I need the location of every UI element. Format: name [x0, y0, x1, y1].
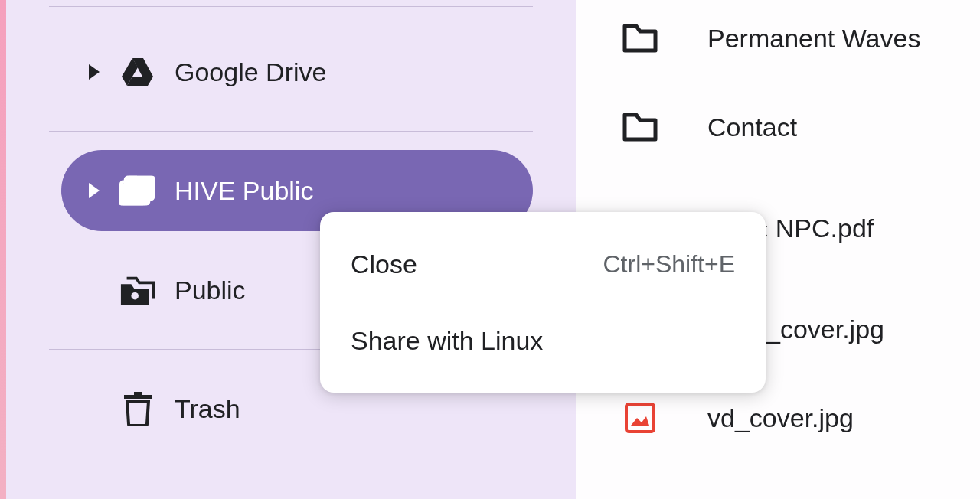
sidebar-label: HIVE Public	[175, 176, 313, 206]
context-menu: Close Ctrl+Shift+E Share with Linux	[320, 212, 766, 393]
menu-item-label: Close	[351, 250, 417, 279]
divider	[49, 131, 533, 132]
file-item-folder[interactable]: Contact	[576, 77, 980, 178]
menu-item-shortcut: Ctrl+Shift+E	[603, 250, 735, 279]
sidebar-label: Google Drive	[175, 57, 326, 87]
smb-share-icon	[119, 172, 156, 209]
file-name: Contact	[707, 113, 797, 142]
sidebar-label: Trash	[175, 394, 240, 424]
image-icon	[622, 400, 658, 436]
smb-share-icon	[119, 272, 156, 308]
google-drive-icon	[119, 54, 156, 90]
svg-rect-7	[119, 183, 149, 205]
files-app: Google Drive	[0, 0, 980, 499]
file-name: ‹ NPC.pdf	[760, 214, 874, 243]
svg-rect-10	[124, 395, 152, 399]
file-item-folder[interactable]: Permanent Waves	[576, 0, 980, 77]
svg-point-8	[131, 292, 139, 300]
sidebar-label: Public	[175, 276, 246, 305]
file-name: vd_cover.jpg	[707, 403, 854, 433]
context-menu-close[interactable]: Close Ctrl+Shift+E	[320, 226, 766, 302]
sidebar-item-google-drive[interactable]: Google Drive	[6, 31, 576, 113]
svg-rect-11	[626, 404, 654, 432]
folder-icon	[622, 109, 658, 145]
svg-rect-9	[134, 392, 142, 395]
trash-icon	[119, 390, 156, 427]
menu-item-label: Share with Linux	[351, 326, 543, 356]
expand-arrow-icon[interactable]	[89, 64, 100, 80]
window-edge	[0, 0, 6, 499]
folder-icon	[622, 20, 658, 57]
expand-arrow-icon[interactable]	[89, 183, 100, 198]
file-name: _cover.jpg	[766, 315, 884, 344]
context-menu-share-linux[interactable]: Share with Linux	[320, 302, 766, 379]
file-name: Permanent Waves	[707, 24, 920, 54]
